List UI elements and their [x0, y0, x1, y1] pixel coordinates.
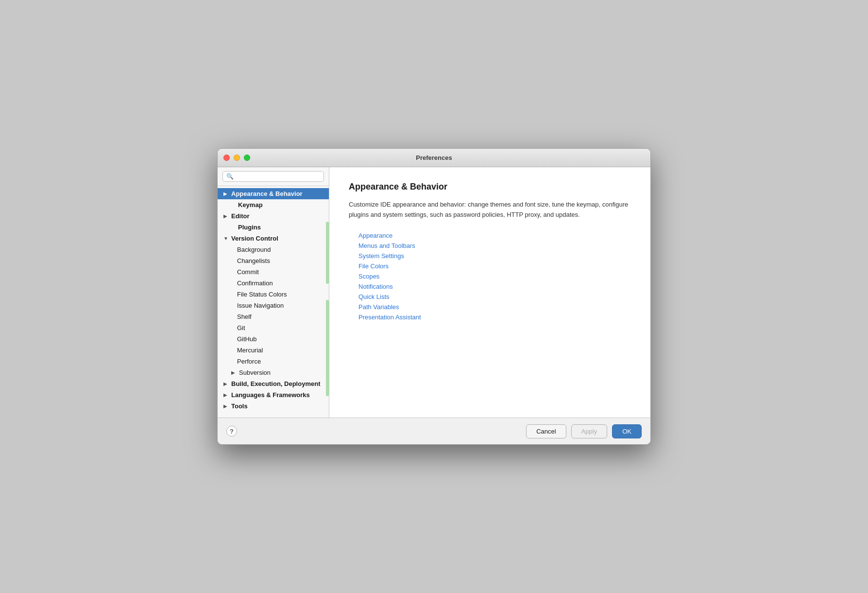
- sidebar-item-perforce[interactable]: Perforce: [218, 356, 329, 367]
- sidebar-item-label: Commit: [237, 268, 259, 276]
- sidebar-item-label: Perforce: [237, 358, 261, 365]
- sidebar-item-tools[interactable]: ▶ Tools: [218, 401, 329, 412]
- sidebar-item-editor[interactable]: ▶ Editor: [218, 210, 329, 222]
- sidebar-item-background[interactable]: Background: [218, 244, 329, 255]
- search-input[interactable]: [236, 173, 320, 180]
- preferences-window: Preferences 🔍 ▶ Appearance & Behavior: [217, 148, 651, 445]
- main-panel: Appearance & Behavior Customize IDE appe…: [329, 167, 650, 418]
- close-button[interactable]: [223, 155, 230, 161]
- link-appearance[interactable]: Appearance: [358, 232, 631, 239]
- footer: ? Cancel Apply OK: [218, 418, 650, 444]
- link-notifications[interactable]: Notifications: [358, 283, 631, 290]
- link-scopes[interactable]: Scopes: [358, 273, 631, 280]
- page-title: Appearance & Behavior: [349, 182, 631, 192]
- sidebar-item-label: File Status Colors: [237, 291, 287, 298]
- search-icon: 🔍: [226, 173, 234, 180]
- sidebar-item-label: Issue Navigation: [237, 302, 284, 309]
- link-presentation-assistant[interactable]: Presentation Assistant: [358, 314, 631, 321]
- traffic-lights: [223, 155, 250, 161]
- sidebar-item-issue-navigation[interactable]: Issue Navigation: [218, 300, 329, 311]
- help-button[interactable]: ?: [226, 426, 237, 436]
- sidebar-item-label: Build, Execution, Deployment: [231, 380, 320, 387]
- chevron-icon: ▶: [223, 403, 230, 409]
- sidebar-item-label: Mercurial: [237, 347, 263, 354]
- sidebar-item-mercurial[interactable]: Mercurial: [218, 345, 329, 356]
- sidebar-item-label: Shelf: [237, 313, 252, 320]
- chevron-icon: ▶: [223, 191, 230, 196]
- maximize-button[interactable]: [244, 155, 250, 161]
- footer-left: ?: [226, 426, 237, 436]
- window-title: Preferences: [416, 154, 452, 161]
- sidebar-item-shelf[interactable]: Shelf: [218, 311, 329, 322]
- sidebar-item-label: Keymap: [238, 201, 263, 209]
- sidebar-item-build-execution[interactable]: ▶ Build, Execution, Deployment: [218, 378, 329, 389]
- chevron-icon: ▶: [223, 213, 230, 219]
- sidebar-item-label: Tools: [231, 402, 248, 410]
- titlebar: Preferences: [218, 149, 650, 167]
- sidebar-item-keymap[interactable]: Keymap: [218, 199, 329, 210]
- link-menus-toolbars[interactable]: Menus and Toolbars: [358, 242, 631, 249]
- sidebar-item-label: Languages & Frameworks: [231, 391, 310, 399]
- link-file-colors[interactable]: File Colors: [358, 262, 631, 270]
- link-quick-lists[interactable]: Quick Lists: [358, 293, 631, 300]
- main-area: 🔍 ▶ Appearance & Behavior Keymap ▶: [218, 167, 650, 418]
- minimize-button[interactable]: [234, 155, 240, 161]
- sidebar-item-label: Changelists: [237, 257, 270, 264]
- sidebar: 🔍 ▶ Appearance & Behavior Keymap ▶: [218, 167, 329, 418]
- chevron-icon: ▶: [231, 370, 238, 375]
- sidebar-item-label: Plugins: [238, 224, 261, 231]
- search-bar: 🔍: [218, 167, 329, 186]
- sidebar-item-file-status-colors[interactable]: File Status Colors: [218, 289, 329, 300]
- apply-button[interactable]: Apply: [571, 424, 608, 438]
- sidebar-item-label: Appearance & Behavior: [231, 190, 303, 197]
- chevron-down-icon: ▼: [223, 236, 230, 241]
- sidebar-item-label: Editor: [231, 212, 250, 220]
- sidebar-item-label: Git: [237, 324, 245, 331]
- search-wrap[interactable]: 🔍: [222, 171, 324, 182]
- sidebar-item-languages-frameworks[interactable]: ▶ Languages & Frameworks: [218, 389, 329, 401]
- sidebar-item-version-control[interactable]: ▼ Version Control: [218, 233, 329, 244]
- footer-right: Cancel Apply OK: [526, 424, 642, 438]
- sidebar-item-label: Subversion: [239, 369, 271, 376]
- cancel-button[interactable]: Cancel: [526, 424, 566, 438]
- sidebar-item-changelists[interactable]: Changelists: [218, 255, 329, 266]
- sidebar-item-label: Confirmation: [237, 279, 273, 287]
- sidebar-item-appearance-behavior[interactable]: ▶ Appearance & Behavior: [218, 188, 329, 199]
- sidebar-item-plugins[interactable]: Plugins: [218, 222, 329, 233]
- sidebar-item-subversion[interactable]: ▶ Subversion: [218, 367, 329, 378]
- chevron-icon: ▶: [223, 392, 230, 398]
- sidebar-item-confirmation[interactable]: Confirmation: [218, 278, 329, 289]
- sidebar-item-label: GitHub: [237, 335, 256, 343]
- sidebar-item-git[interactable]: Git: [218, 322, 329, 333]
- page-description: Customize IDE appearance and behavior: c…: [349, 200, 631, 220]
- link-path-variables[interactable]: Path Variables: [358, 303, 631, 311]
- sidebar-item-commit[interactable]: Commit: [218, 266, 329, 278]
- sidebar-item-label: Background: [237, 246, 271, 253]
- nav-tree: ▶ Appearance & Behavior Keymap ▶ Editor …: [218, 186, 329, 418]
- ok-button[interactable]: OK: [612, 424, 642, 438]
- sidebar-item-label: Version Control: [231, 235, 278, 242]
- sidebar-item-github[interactable]: GitHub: [218, 333, 329, 345]
- links-list: Appearance Menus and Toolbars System Set…: [349, 232, 631, 321]
- chevron-icon: ▶: [223, 381, 230, 386]
- link-system-settings[interactable]: System Settings: [358, 252, 631, 260]
